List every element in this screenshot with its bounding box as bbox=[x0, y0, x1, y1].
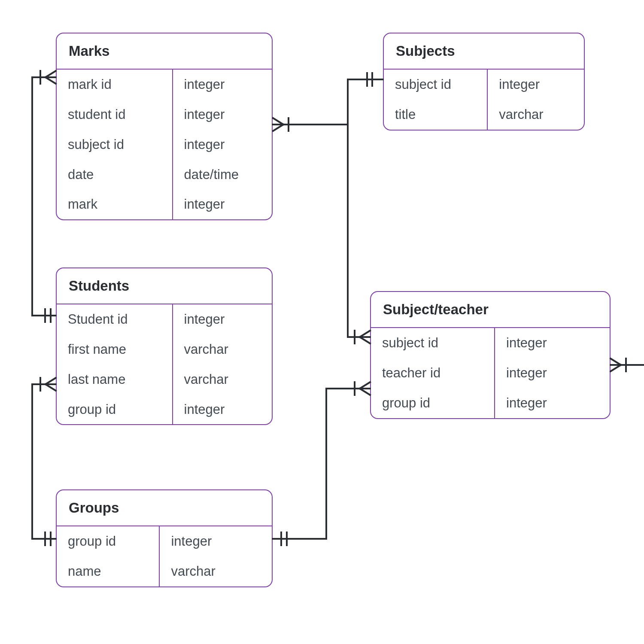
entity-title: Subject/teacher bbox=[371, 292, 610, 328]
svg-line-3 bbox=[46, 77, 56, 84]
svg-line-16 bbox=[46, 384, 56, 391]
svg-line-2 bbox=[46, 71, 56, 77]
svg-line-21 bbox=[360, 389, 370, 395]
svg-line-23 bbox=[611, 358, 621, 365]
field-type: varchar bbox=[160, 556, 272, 586]
entity-students[interactable]: Students Student id first name last name… bbox=[56, 267, 273, 425]
rel-groups-students bbox=[32, 378, 56, 545]
entity-groups[interactable]: Groups group id name integer varchar bbox=[56, 489, 273, 587]
field-type: varchar bbox=[173, 334, 272, 365]
entity-title: Students bbox=[57, 268, 272, 304]
entity-subject-teacher[interactable]: Subject/teacher subject id teacher id gr… bbox=[370, 291, 611, 419]
field-type: date/time bbox=[173, 160, 272, 190]
field-type: varchar bbox=[173, 365, 272, 395]
er-diagram-canvas: Marks mark id student id subject id date… bbox=[0, 0, 644, 644]
field-name: last name bbox=[57, 365, 172, 395]
field-name: subject id bbox=[57, 130, 172, 160]
field-name: name bbox=[57, 556, 159, 586]
field-type: integer bbox=[173, 70, 272, 100]
field-type: integer bbox=[173, 189, 272, 219]
field-type: integer bbox=[160, 526, 272, 556]
field-type: integer bbox=[495, 328, 610, 358]
svg-line-11 bbox=[360, 337, 370, 343]
field-type: integer bbox=[488, 70, 584, 100]
field-name: group id bbox=[57, 395, 172, 425]
svg-line-7 bbox=[273, 118, 283, 125]
field-type: integer bbox=[495, 388, 610, 418]
entity-title: Marks bbox=[57, 33, 272, 70]
field-type: integer bbox=[173, 130, 272, 160]
field-name: subject id bbox=[371, 328, 494, 358]
field-name: group id bbox=[371, 388, 494, 418]
field-name: date bbox=[57, 160, 172, 190]
rel-students-marks bbox=[32, 71, 56, 322]
svg-line-8 bbox=[273, 125, 283, 131]
field-name: title bbox=[384, 100, 487, 130]
svg-line-20 bbox=[360, 382, 370, 389]
entity-title: Subjects bbox=[384, 33, 584, 70]
field-type: integer bbox=[173, 100, 272, 130]
field-name: Student id bbox=[57, 304, 172, 334]
field-type: varchar bbox=[488, 100, 584, 130]
field-name: subject id bbox=[384, 70, 487, 100]
entity-subjects[interactable]: Subjects subject id title integer varcha… bbox=[383, 33, 585, 131]
field-type: integer bbox=[173, 395, 272, 425]
field-name: mark bbox=[57, 189, 172, 219]
field-name: group id bbox=[57, 526, 159, 556]
rel-subjects-marks bbox=[273, 73, 383, 131]
field-type: integer bbox=[173, 304, 272, 334]
field-name: student id bbox=[57, 100, 172, 130]
rel-groups-subjectteacher bbox=[273, 382, 370, 545]
entity-marks[interactable]: Marks mark id student id subject id date… bbox=[56, 33, 273, 220]
field-name: first name bbox=[57, 334, 172, 365]
svg-line-15 bbox=[46, 378, 56, 384]
entity-title: Groups bbox=[57, 490, 272, 526]
field-name: teacher id bbox=[371, 358, 494, 388]
field-name: mark id bbox=[57, 70, 172, 100]
svg-line-24 bbox=[611, 365, 621, 371]
field-type: integer bbox=[495, 358, 610, 388]
rel-subjectteacher-external bbox=[611, 358, 644, 371]
rel-subjects-subjectteacher bbox=[348, 125, 370, 343]
svg-line-10 bbox=[360, 331, 370, 337]
